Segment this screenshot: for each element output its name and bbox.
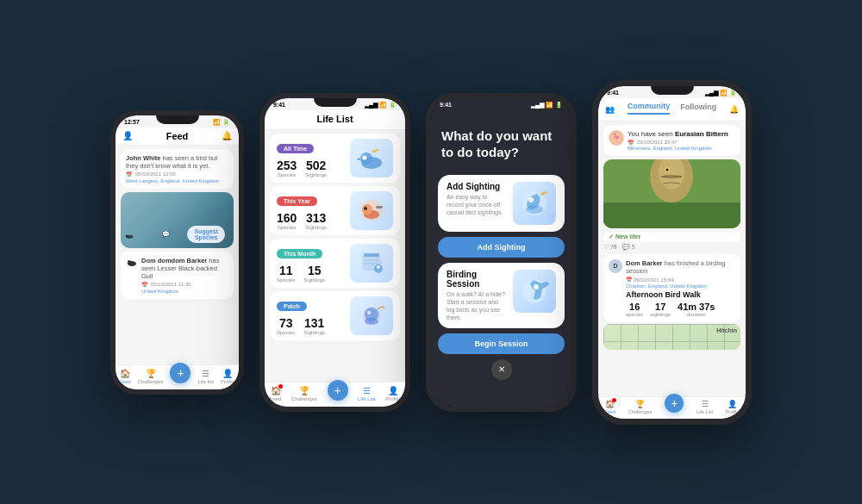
thismonth-badge: This Month [277,249,322,258]
time-3: 9:41 [440,102,452,108]
notch-4 [651,86,694,95]
tab-following[interactable]: Following [680,103,716,114]
nav-profile-label-4: Profile [726,409,740,414]
feed-bird-image: ♡ 0 💬 0 Suggest Species [121,192,234,248]
patch-sightings-label: Sightings [303,330,325,335]
dom-avatar: D [609,259,622,273]
thisyear-badge: This Year [277,196,317,206]
feed-notification-dot [278,384,283,389]
time-1: 12:57 [124,119,140,125]
nav-feed-1[interactable]: 🏠 Feed [119,369,131,384]
card2-username: Dom domdom Barker [141,257,207,264]
thisyear-illustration [350,191,393,230]
card1-meta: 📅 05/10/2021 12:55 [126,171,228,177]
nav-lifelist-2[interactable]: ☰ Life List [358,386,376,401]
nav-profile-2[interactable]: 👤 Profile [385,386,400,401]
sighting-notification: 🦩 You have seen Eurasian Bittern 📅 29/10… [603,125,740,156]
signal-icon-3: ▂▄▆ [531,102,544,109]
alltime-badge: All Time [277,144,314,153]
birding-session-art [513,270,556,313]
status-icons-3: ▂▄▆ 📶 🔋 [531,102,563,109]
patch-illustration [350,296,393,335]
thisyear-sightings-num: 313 [305,211,327,225]
calendar-icon-1: 📅 [126,171,132,177]
trophy-icon-2: 🏆 [299,386,309,395]
wifi-icon-4: 📶 [720,90,728,96]
card1-date: 05/10/2021 12:55 [135,171,176,177]
signal-icon-4: ▂▄▆ [705,90,718,96]
phone-feed-screen: 12:57 📶 🔋 👤 Feed 🔔 John White has seen a… [116,115,239,389]
sighting-meta: 📅 29/10/2021 20:47 [628,140,728,146]
phone-feed: 12:57 📶 🔋 👤 Feed 🔔 John White has seen a… [110,110,244,395]
battery-icon-3: 🔋 [555,102,563,109]
nav-challenges-4[interactable]: 🏆 Challenges [628,400,653,414]
feed-card-1-user: John White has seen a bird but they don'… [126,154,228,170]
new-lifer-badge: ✓ New lifer [603,232,740,242]
thismonth-sightings-label: Sightings [303,277,325,283]
nav-feed-2[interactable]: 🏠 Feed [270,386,282,401]
nav-challenges-1[interactable]: 🏆 Challenges [138,369,164,384]
thisyear-stats: 160 Species 313 Sightings [277,211,327,230]
alltime-sightings-label: Sightings [305,172,327,177]
profile-icon-2: 👤 [388,386,398,395]
time-2: 9:41 [273,102,285,108]
add-sighting-button[interactable]: Add Sighting [438,237,565,258]
thismonth-sightings-num: 15 [303,264,325,277]
session-species-stat: 16 species [626,302,643,317]
close-button-3[interactable]: ✕ [491,359,512,380]
sighting-text: You have seen Eurasian Bittern 📅 29/10/2… [628,130,728,151]
birding-session-card[interactable]: Birding Session On a walk? At a hide? St… [438,263,565,328]
session-species-num: 16 [626,302,643,312]
nav-profile-4[interactable]: 👤 Profile [726,400,740,414]
bell-icon-1: 🔔 [222,131,232,140]
alltime-sightings: 502 Sightings [305,159,327,177]
fab-2[interactable]: + [328,380,348,401]
nav-lifelist-4[interactable]: ☰ Life List [696,400,713,414]
nav-challenges-2[interactable]: 🏆 Challenges [291,386,317,401]
suggest-species-button[interactable]: Suggest Species [187,226,225,243]
list-icon-4: ☰ [702,400,709,408]
begin-session-button[interactable]: Begin Session [438,333,565,354]
session-user: Dom Barker has finished a birding sessio… [626,259,735,275]
patch-sightings: 131 Sightings [303,316,325,335]
nav-profile-1[interactable]: 👤 Profile [221,369,235,384]
nav-feed-4[interactable]: 🏠 Feed [604,400,615,414]
likes-count: 0 [153,231,156,237]
comment-icon: 💬 [162,231,170,238]
fab-4[interactable]: + [665,394,684,413]
svg-point-21 [365,308,378,321]
card1-location: West Langton, England, United Kingdom [126,178,228,184]
fab-1[interactable]: + [170,363,191,383]
svg-point-11 [364,207,367,210]
svg-point-10 [362,204,372,215]
nav-profile-label-1: Profile [221,379,235,384]
lifelist-card-thisyear: This Year 160 Species 313 Sightings [270,186,400,235]
feed-notification-dot-4 [612,398,616,402]
feed-card-1: John White has seen a bird but they don'… [121,149,234,189]
session-date: 📅 29/10/2021 15:04 [626,277,735,283]
lifelist-card-alltime: All Time 253 Species 502 Sightings [270,134,400,183]
thisyear-species-label: Species [277,225,297,230]
patch-species-num: 73 [277,316,295,330]
notch-2 [314,98,357,107]
community-header: 👥 Community Following 🔔 [598,98,746,121]
bird-icon-2 [126,257,138,269]
nav-fab-4[interactable]: + [665,401,684,413]
sighting-date: 29/10/2021 20:47 [637,140,678,146]
nav-fab-2[interactable]: + [328,387,348,401]
thisyear-species-num: 160 [277,211,297,225]
likes-count-4[interactable]: ♡ 78 [603,244,617,251]
phone-add-sighting: 9:41 ▂▄▆ 📶 🔋 What do you want to do toda… [426,93,577,412]
session-bird-svg [518,275,551,308]
battery-icon-1: 🔋 [222,119,230,126]
add-sighting-art [513,182,556,225]
list-icon-2: ☰ [363,386,371,395]
battery-icon-2: 🔋 [389,102,397,109]
add-sighting-card[interactable]: Add Sighting An easy way to record your … [438,175,565,232]
comments-count-4[interactable]: 💬 5 [622,244,635,251]
tab-community[interactable]: Community [628,102,671,115]
nav-lifelist-1[interactable]: ☰ Life list [197,369,214,384]
calendar-icon-5: 📅 [626,277,632,283]
nav-challenges-label-2: Challenges [291,396,317,401]
nav-fab-1[interactable]: + [170,370,191,383]
